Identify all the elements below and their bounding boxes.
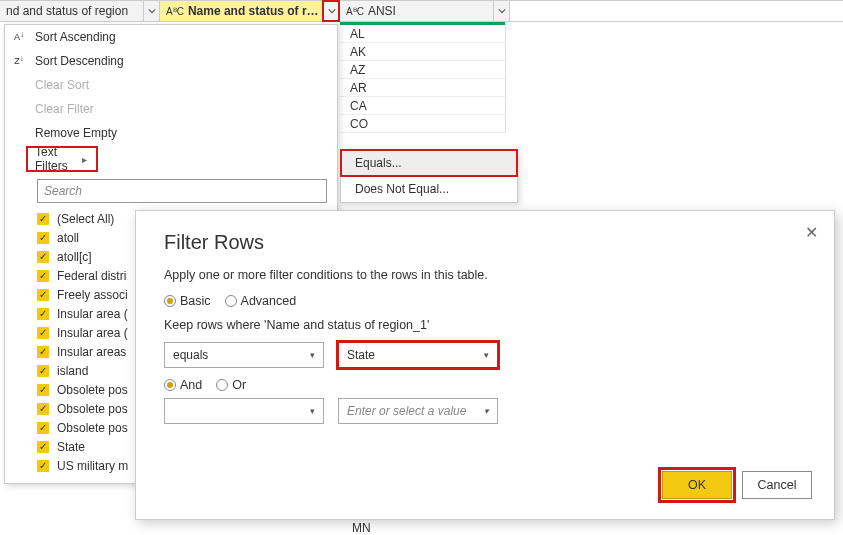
submenu-label: Does Not Equal... [355, 182, 449, 196]
checkbox-icon: ✓ [37, 232, 49, 244]
ansi-column-data: AL AK AZ AR CA CO [340, 22, 506, 133]
menu-label: Clear Filter [35, 102, 94, 116]
search-placeholder: Search [44, 184, 82, 198]
keep-rows-label: Keep rows where 'Name and status of regi… [164, 318, 806, 332]
filter-row-1: equals ▾ State ▾ [164, 342, 806, 368]
menu-label: Sort Descending [35, 54, 124, 68]
radio-and[interactable]: And [164, 378, 202, 392]
type-icon: AᴮC [166, 6, 184, 17]
cell[interactable]: AR [340, 79, 505, 97]
value-select-2[interactable]: Enter or select a value ▾ [338, 398, 498, 424]
dialog-buttons: OK Cancel [662, 471, 812, 499]
chevron-down-icon: ▾ [310, 350, 315, 360]
ok-button[interactable]: OK [662, 471, 732, 499]
sort-asc-icon: A↓ [11, 29, 27, 45]
column-dropdown-icon[interactable] [323, 1, 339, 21]
checkbox-icon: ✓ [37, 308, 49, 320]
cell[interactable]: CA [340, 97, 505, 115]
radio-advanced[interactable]: Advanced [225, 294, 297, 308]
checkbox-icon: ✓ [37, 460, 49, 472]
column-label: ANSI [368, 4, 493, 18]
column-label: nd and status of region [6, 4, 143, 18]
menu-label: Remove Empty [35, 126, 117, 140]
radio-icon [164, 295, 176, 307]
radio-icon [164, 379, 176, 391]
radio-basic[interactable]: Basic [164, 294, 211, 308]
radio-icon [225, 295, 237, 307]
close-icon[interactable]: ✕ [805, 223, 818, 242]
operator-select[interactable]: equals ▾ [164, 342, 324, 368]
column-dropdown-icon[interactable] [143, 1, 159, 21]
menu-sort-descending[interactable]: Z↓ Sort Descending [5, 49, 337, 73]
checkbox-icon: ✓ [37, 403, 49, 415]
checkbox-icon: ✓ [37, 441, 49, 453]
checkbox-icon: ✓ [37, 251, 49, 263]
menu-clear-filter: Clear Filter [5, 97, 337, 121]
checkbox-icon: ✓ [37, 365, 49, 377]
checkbox-icon: ✓ [37, 384, 49, 396]
checkbox-icon: ✓ [37, 213, 49, 225]
radio-icon [216, 379, 228, 391]
submenu-does-not-equal[interactable]: Does Not Equal... [341, 176, 517, 202]
checkbox-icon: ✓ [37, 327, 49, 339]
column-header-ansi[interactable]: AᴮC ANSI [340, 1, 510, 21]
cell[interactable]: AZ [340, 61, 505, 79]
below-dialog-row: MN [340, 520, 580, 535]
column-label: Name and status of region_1 [188, 4, 323, 18]
filter-search-input[interactable]: Search [37, 179, 327, 203]
text-filters-submenu: Equals... Does Not Equal... [340, 149, 518, 203]
checkbox-icon: ✓ [37, 346, 49, 358]
mode-radios: Basic Advanced [164, 294, 806, 308]
checkbox-icon: ✓ [37, 422, 49, 434]
dialog-description: Apply one or more filter conditions to t… [164, 268, 806, 282]
column-headers: nd and status of region AᴮC Name and sta… [0, 0, 843, 22]
filter-row-2: ▾ Enter or select a value ▾ [164, 398, 806, 424]
menu-clear-sort: Clear Sort [5, 73, 337, 97]
column-dropdown-icon[interactable] [493, 1, 509, 21]
andor-radios: And Or [164, 378, 806, 392]
submenu-equals[interactable]: Equals... [341, 150, 517, 176]
menu-label: Sort Ascending [35, 30, 116, 44]
column-header-region-1[interactable]: AᴮC Name and status of region_1 [160, 1, 340, 21]
chevron-down-icon: ▾ [484, 406, 489, 416]
sort-desc-icon: Z↓ [11, 53, 27, 69]
submenu-label: Equals... [355, 156, 402, 170]
chevron-down-icon: ▾ [484, 350, 489, 360]
cell[interactable]: CO [340, 115, 505, 133]
checkbox-icon: ✓ [37, 270, 49, 282]
menu-text-filters[interactable]: Text Filters [27, 147, 97, 171]
chevron-down-icon: ▾ [310, 406, 315, 416]
filter-rows-dialog: ✕ Filter Rows Apply one or more filter c… [135, 210, 835, 520]
menu-label: Clear Sort [35, 78, 89, 92]
dialog-title: Filter Rows [164, 231, 806, 254]
menu-sort-ascending[interactable]: A↓ Sort Ascending [5, 25, 337, 49]
menu-label: Text Filters [35, 145, 87, 173]
cell: MN [340, 521, 371, 535]
menu-remove-empty[interactable]: Remove Empty [5, 121, 337, 145]
type-icon: AᴮC [346, 6, 364, 17]
column-header-region[interactable]: nd and status of region [0, 1, 160, 21]
checkbox-icon: ✓ [37, 289, 49, 301]
operator-select-2[interactable]: ▾ [164, 398, 324, 424]
radio-or[interactable]: Or [216, 378, 246, 392]
cell[interactable]: AL [340, 25, 505, 43]
value-select[interactable]: State ▾ [338, 342, 498, 368]
cancel-button[interactable]: Cancel [742, 471, 812, 499]
cell[interactable]: AK [340, 43, 505, 61]
